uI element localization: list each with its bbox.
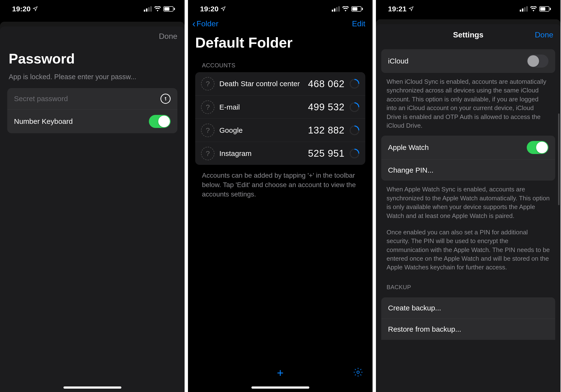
signal-icon (144, 6, 152, 11)
settings-content[interactable]: iCloud When iCloud Sync is enabled, acco… (376, 46, 561, 392)
account-row[interactable]: ? Death Star control center 468 062 (195, 72, 365, 95)
chevron-left-icon: ‹ (192, 19, 195, 29)
account-icon: ? (201, 77, 215, 90)
account-code: 525 951 (308, 148, 345, 159)
password-form: Number Keyboard (7, 88, 177, 133)
done-button[interactable]: Done (159, 32, 178, 41)
wifi-icon (530, 6, 537, 11)
account-row[interactable]: ? E-mail 499 532 (195, 95, 365, 119)
restore-backup-label: Restore from backup... (388, 325, 461, 333)
watch-description-1: When Apple Watch Sync is enabled, accoun… (376, 181, 561, 223)
watch-description-2: Once enabled you can also set a PIN for … (376, 223, 561, 274)
location-icon (32, 5, 38, 13)
settings-screen: 19:21 Settings Done iCloud Whe (376, 0, 561, 392)
key-icon[interactable] (161, 94, 171, 104)
account-row[interactable]: ? Google 132 882 (195, 119, 365, 142)
apple-watch-toggle[interactable] (527, 141, 549, 154)
password-screen: 19:20 Done Password App is locked. Pleas… (0, 0, 184, 392)
svg-rect-1 (165, 98, 166, 100)
account-code: 468 062 (308, 78, 345, 89)
settings-header: Settings Done (376, 24, 561, 44)
back-label: Folder (196, 19, 218, 28)
scroll-indicator[interactable] (558, 113, 560, 205)
status-time: 19:21 (388, 5, 407, 13)
settings-sheet: Settings Done iCloud When iCloud Sync is… (376, 24, 561, 392)
back-button[interactable]: ‹ Folder (192, 19, 218, 29)
accounts-section-header: ACCOUNTS (188, 58, 373, 72)
apple-watch-label: Apple Watch (388, 143, 429, 152)
location-icon (409, 5, 414, 13)
page-subtitle: App is locked. Please enter your passw..… (0, 71, 184, 88)
home-indicator[interactable] (251, 386, 309, 389)
accounts-list: ? Death Star control center 468 062 ? E-… (195, 72, 365, 165)
status-bar: 19:20 (188, 0, 373, 15)
add-button[interactable]: + (277, 366, 283, 380)
number-keyboard-label: Number Keyboard (14, 117, 73, 126)
icloud-row: iCloud (381, 49, 555, 73)
icloud-description: When iCloud Sync is enabled, accounts ar… (376, 73, 561, 132)
icloud-label: iCloud (388, 57, 409, 65)
account-icon: ? (201, 100, 215, 114)
status-time: 19:20 (12, 5, 31, 13)
account-name: Death Star control center (219, 79, 303, 88)
status-time: 19:20 (200, 5, 219, 13)
folder-screen: 19:20 ‹ Folder Edit Default Folder ACCOU… (188, 0, 373, 392)
svg-point-11 (357, 371, 359, 373)
status-bar: 19:20 (0, 0, 184, 15)
change-pin-label: Change PIN... (388, 166, 433, 174)
battery-icon (539, 6, 551, 11)
timer-ring-icon (349, 102, 359, 112)
restore-backup-row[interactable]: Restore from backup... (381, 319, 555, 340)
wifi-icon (154, 6, 161, 11)
account-code: 132 882 (308, 125, 345, 136)
create-backup-row[interactable]: Create backup... (381, 297, 555, 319)
create-backup-label: Create backup... (388, 304, 441, 312)
apple-watch-row: Apple Watch (381, 136, 555, 159)
timer-ring-icon (349, 125, 359, 135)
battery-icon (351, 6, 363, 11)
page-title: Password (0, 43, 184, 71)
password-input[interactable] (14, 95, 161, 103)
signal-icon (332, 6, 340, 11)
backup-section-header: BACKUP (376, 274, 561, 294)
location-icon (221, 5, 226, 13)
number-keyboard-toggle[interactable] (149, 115, 171, 128)
settings-title: Settings (453, 30, 483, 39)
toolbar: + (188, 363, 373, 382)
status-bar: 19:21 (376, 0, 561, 15)
account-code: 499 532 (308, 102, 345, 112)
signal-icon (520, 6, 528, 11)
account-icon: ? (201, 124, 215, 137)
home-indicator[interactable] (64, 386, 121, 389)
password-sheet: Done Password App is locked. Please ente… (0, 27, 184, 392)
timer-ring-icon (349, 79, 359, 89)
settings-button[interactable] (353, 367, 363, 378)
svg-rect-2 (165, 100, 166, 100)
account-name: Instagram (219, 149, 303, 158)
edit-button[interactable]: Edit (352, 19, 365, 28)
accounts-footer-text: Accounts can be added by tapping '+' in … (188, 165, 373, 205)
page-title: Default Folder (188, 30, 373, 58)
icloud-toggle[interactable] (527, 54, 549, 68)
battery-icon (163, 6, 175, 11)
change-pin-row[interactable]: Change PIN... (381, 159, 555, 181)
account-name: Google (219, 126, 303, 135)
account-name: E-mail (219, 103, 303, 112)
timer-ring-icon (349, 148, 359, 159)
wifi-icon (342, 6, 349, 11)
done-button[interactable]: Done (535, 30, 553, 39)
account-icon: ? (201, 147, 215, 160)
account-row[interactable]: ? Instagram 525 951 (195, 142, 365, 165)
nav-bar: ‹ Folder Edit (188, 15, 373, 30)
